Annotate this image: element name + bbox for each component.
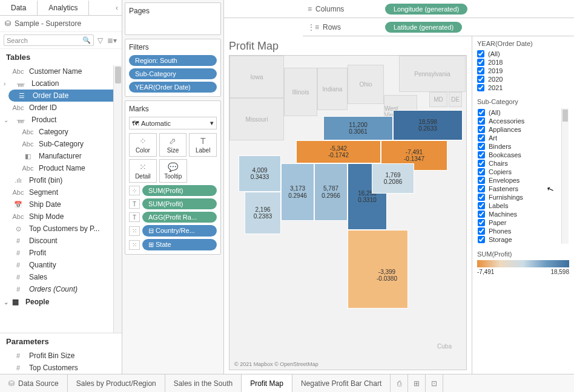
- filter-pill-subcategory[interactable]: Sub-Category: [129, 68, 217, 79]
- filter-subcat-item[interactable]: Bookcases: [478, 151, 560, 159]
- param-profit-bin-size[interactable]: #Profit Bin Size: [0, 350, 122, 362]
- pages-card[interactable]: Pages: [125, 2, 221, 35]
- marks-type-select[interactable]: 🗺Automatic ▾: [129, 117, 217, 129]
- tree-scrollbar[interactable]: [113, 65, 122, 333]
- state-va[interactable]: 18,5980.2633: [393, 110, 463, 140]
- param-top-customers[interactable]: #Top Customers: [0, 362, 122, 374]
- filter-year-2020[interactable]: 2020: [477, 75, 569, 83]
- field-ship-mode[interactable]: AbcShip Mode: [0, 211, 122, 223]
- state-ky[interactable]: 11,2000.3061: [323, 116, 393, 140]
- filter-subcat-item[interactable]: Copiers: [478, 168, 560, 176]
- state-sc[interactable]: 1,7690.2086: [372, 163, 414, 194]
- new-story-button[interactable]: ⊡: [426, 374, 443, 392]
- label-icon: T: [129, 199, 140, 209]
- tab-data[interactable]: Data: [0, 1, 38, 15]
- filter-subcat-item[interactable]: Envelopes: [478, 176, 560, 185]
- color-icon: ⁘: [130, 136, 156, 146]
- filter-subcat-item[interactable]: Fasteners↖: [478, 185, 560, 193]
- filter-subcat-item[interactable]: Phones: [478, 227, 560, 235]
- mark-pill-sum-profit-color[interactable]: SUM(Profit): [142, 185, 217, 196]
- filter-icon[interactable]: ▽: [97, 36, 103, 45]
- pill-latitude[interactable]: Latitude (generated): [385, 22, 462, 33]
- filter-year-2018[interactable]: 2018: [477, 58, 569, 67]
- fields-tree: AbcCustomer Name ›ᚄLocation ☰Order Date …: [0, 65, 122, 333]
- work-area: ≡Columns Longitude (generated) ⋮≡Rows La…: [224, 0, 574, 374]
- field-profit[interactable]: #Profit: [0, 247, 122, 259]
- field-location[interactable]: ›ᚄLocation: [0, 77, 122, 90]
- tab-profit-map[interactable]: Profit Map: [242, 374, 292, 392]
- mark-pill-sum-profit-label[interactable]: SUM(Profit): [142, 198, 217, 209]
- state-ms[interactable]: 3,1730.2946: [281, 163, 314, 221]
- field-order-date[interactable]: ☰Order Date: [8, 90, 119, 102]
- viz-title[interactable]: Profit Map: [229, 40, 467, 53]
- filter-year-all[interactable]: (All): [477, 50, 569, 58]
- filter-year-2019[interactable]: 2019: [477, 67, 569, 75]
- filter-subcat-scrollbar[interactable]: [561, 108, 569, 244]
- state-la[interactable]: 2,1960.2383: [245, 192, 281, 234]
- state-al[interactable]: 5,7870.2966: [314, 163, 348, 221]
- filter-subcat-item[interactable]: Art: [478, 134, 560, 142]
- mark-pill-agg-profit-ratio[interactable]: AGG(Profit Ra...: [142, 212, 217, 223]
- filter-subcat-item[interactable]: Appliances: [478, 125, 560, 134]
- field-top-customers[interactable]: ⊙Top Customers by P...: [0, 223, 122, 235]
- state-fl[interactable]: -3,399-0.0380: [348, 230, 408, 309]
- filter-pill-year[interactable]: YEAR(Order Date): [129, 82, 217, 93]
- field-product-name[interactable]: AbcProduct Name: [0, 162, 122, 174]
- map-view[interactable]: Iowa Illinois Indiana Ohio Pennsylvania …: [229, 55, 467, 370]
- field-profit-bin[interactable]: .ılıProfit (bin): [0, 174, 122, 186]
- tooltip-icon: 💬: [160, 162, 186, 172]
- filter-subcat-item[interactable]: Storage: [478, 235, 560, 244]
- marks-label[interactable]: TLabel: [189, 133, 217, 157]
- field-ship-date[interactable]: 📅Ship Date: [0, 198, 122, 211]
- table-people[interactable]: ⌄▦People: [0, 295, 122, 309]
- state-ar[interactable]: 4,0090.3433: [239, 155, 281, 192]
- filter-subcat-item[interactable]: Accessories: [478, 117, 560, 125]
- field-sales[interactable]: #Sales: [0, 271, 122, 283]
- search-input[interactable]: Search 🔍: [4, 34, 94, 46]
- field-quantity[interactable]: #Quantity: [0, 259, 122, 271]
- new-dashboard-button[interactable]: ⊞: [408, 374, 426, 392]
- field-segment[interactable]: AbcSegment: [0, 186, 122, 198]
- rows-shelf[interactable]: ⋮≡Rows Latitude (generated): [303, 18, 574, 36]
- marks-size[interactable]: ⬀Size: [159, 133, 187, 157]
- tab-negative-profit[interactable]: Negative Profit Bar Chart: [292, 374, 391, 392]
- filter-subcat-item[interactable]: Paper: [478, 218, 560, 227]
- filter-subcat-list[interactable]: (All) Accessories Appliances Art Binders…: [477, 108, 569, 244]
- chevron-left-icon[interactable]: ‹: [112, 4, 122, 12]
- rows-label: Rows: [323, 23, 341, 31]
- mark-pill-state[interactable]: ⊞State: [142, 239, 217, 250]
- field-product[interactable]: ⌄ᚄProduct: [0, 114, 122, 126]
- marks-color[interactable]: ⁘Color: [129, 133, 157, 157]
- new-worksheet-button[interactable]: ⎙: [391, 374, 408, 392]
- mark-pill-country[interactable]: ⊟Country/Re...: [142, 225, 217, 237]
- filter-year-2021[interactable]: 2021: [477, 83, 569, 92]
- field-sub-category[interactable]: AbcSub-Category: [0, 138, 122, 150]
- filter-subcat-item[interactable]: Furnishings: [478, 193, 560, 201]
- state-tn[interactable]: -5,342-0.1742: [296, 140, 381, 163]
- map-attribution: © 2021 Mapbox © OpenStreetMap: [234, 361, 318, 367]
- filter-subcat-item[interactable]: Chairs: [478, 159, 560, 168]
- filter-subcat-item[interactable]: Binders: [478, 142, 560, 151]
- legend-max: 18,598: [550, 269, 569, 275]
- tab-sales-in-the-south[interactable]: Sales in the South: [165, 374, 242, 392]
- marks-tooltip[interactable]: 💬Tooltip: [159, 159, 187, 183]
- field-order-id[interactable]: AbcOrder ID: [0, 102, 122, 114]
- marks-detail[interactable]: ⁙Detail: [129, 159, 157, 183]
- field-manufacturer[interactable]: ◧Manufacturer: [0, 150, 122, 162]
- view-options-icon[interactable]: ≣▾: [107, 36, 117, 45]
- chevron-down-icon: ▾: [210, 119, 214, 127]
- filter-subcat-item[interactable]: Labels: [478, 201, 560, 210]
- columns-shelf[interactable]: ≡Columns Longitude (generated): [303, 0, 574, 18]
- field-orders-count[interactable]: #Orders (Count): [0, 283, 122, 295]
- filter-pill-region[interactable]: Region: South: [129, 55, 217, 66]
- tab-sales-by-product-region[interactable]: Sales by Product/Region: [68, 374, 165, 392]
- field-category[interactable]: AbcCategory: [0, 126, 122, 138]
- field-customer-name[interactable]: AbcCustomer Name: [0, 65, 122, 77]
- datasource-selector[interactable]: ⛁ Sample - Superstore: [0, 16, 122, 32]
- filter-subcat-all[interactable]: (All): [478, 108, 560, 117]
- filter-subcat-item[interactable]: Machines: [478, 210, 560, 218]
- tab-analytics[interactable]: Analytics: [38, 1, 89, 15]
- field-discount[interactable]: #Discount: [0, 235, 122, 247]
- pill-longitude[interactable]: Longitude (generated): [385, 4, 467, 15]
- tab-data-source[interactable]: ⛁Data Source: [0, 374, 68, 392]
